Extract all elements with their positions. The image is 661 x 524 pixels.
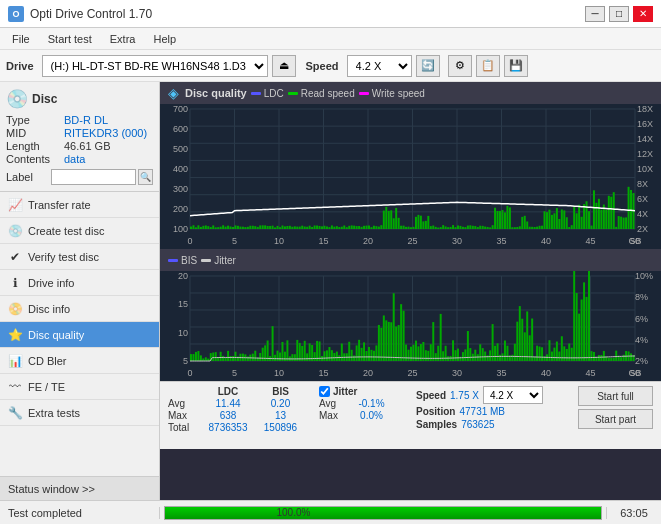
stats-avg-label: Avg bbox=[168, 398, 198, 409]
menu-bar: File Start test Extra Help bbox=[0, 28, 661, 50]
chart-header-bottom: BIS Jitter bbox=[160, 249, 661, 271]
status-text: Test completed bbox=[0, 507, 160, 519]
cd-bler-icon: 📊 bbox=[8, 354, 22, 368]
legend-write: Write speed bbox=[359, 88, 425, 99]
length-value: 46.61 GB bbox=[64, 140, 110, 152]
jitter-max-label: Max bbox=[319, 410, 349, 421]
sidebar-item-label-transfer-rate: Transfer rate bbox=[28, 199, 91, 211]
refresh-button[interactable]: 🔄 bbox=[416, 55, 440, 77]
sidebar-item-disc-quality[interactable]: ⭐ Disc quality bbox=[0, 322, 159, 348]
legend-jitter: Jitter bbox=[201, 255, 236, 266]
window-controls: ─ □ ✕ bbox=[585, 6, 653, 22]
sidebar-item-cd-bler[interactable]: 📊 CD Bler bbox=[0, 348, 159, 374]
stats-max-label: Max bbox=[168, 410, 198, 421]
status-window-button[interactable]: Status window >> bbox=[0, 476, 159, 500]
stats-label-header bbox=[168, 386, 198, 397]
sidebar-item-label-disc-quality: Disc quality bbox=[28, 329, 84, 341]
stats-bis-max: 13 bbox=[258, 410, 303, 421]
stats-ldc-avg: 11.44 bbox=[198, 398, 258, 409]
legend-write-label: Write speed bbox=[372, 88, 425, 99]
disc-title: Disc bbox=[32, 92, 57, 106]
sidebar-item-fe-te[interactable]: 〰 FE / TE bbox=[0, 374, 159, 400]
sidebar-item-label-extra-tests: Extra tests bbox=[28, 407, 80, 419]
status-time: 63:05 bbox=[606, 507, 661, 519]
type-label: Type bbox=[6, 114, 64, 126]
contents-value: data bbox=[64, 153, 85, 165]
extra-tests-icon: 🔧 bbox=[8, 406, 22, 420]
menu-help[interactable]: Help bbox=[145, 31, 184, 47]
start-buttons: Start full Start part bbox=[578, 386, 653, 429]
start-full-button[interactable]: Start full bbox=[578, 386, 653, 406]
disc-label-input[interactable] bbox=[51, 169, 136, 185]
stats-table: LDC BIS Avg 11.44 0.20 Max 638 13 Tota bbox=[168, 386, 303, 433]
sidebar-item-label-verify-test-disc: Verify test disc bbox=[28, 251, 99, 263]
sidebar-item-disc-info[interactable]: 📀 Disc info bbox=[0, 296, 159, 322]
legend-read: Read speed bbox=[288, 88, 355, 99]
verify-test-disc-icon: ✔ bbox=[8, 250, 22, 264]
copy-button[interactable]: 📋 bbox=[476, 55, 500, 77]
chart-quality-icon: ◈ bbox=[168, 85, 179, 101]
main-layout: 💿 Disc Type BD-R DL MID RITEKDR3 (000) L… bbox=[0, 82, 661, 500]
start-part-button[interactable]: Start part bbox=[578, 409, 653, 429]
disc-label-button[interactable]: 🔍 bbox=[138, 169, 153, 185]
menu-file[interactable]: File bbox=[4, 31, 38, 47]
stats-total-label: Total bbox=[168, 422, 198, 433]
stats-bar: LDC BIS Avg 11.44 0.20 Max 638 13 Tota bbox=[160, 381, 661, 449]
length-label: Length bbox=[6, 140, 64, 152]
legend-jitter-dot bbox=[201, 259, 211, 262]
legend-bis-dot bbox=[168, 259, 178, 262]
fe-te-icon: 〰 bbox=[8, 380, 22, 394]
position-value: 47731 MB bbox=[459, 406, 505, 417]
nav-section: 📈 Transfer rate 💿 Create test disc ✔ Ver… bbox=[0, 192, 159, 426]
stats-ldc-max: 638 bbox=[198, 410, 258, 421]
save-button[interactable]: 💾 bbox=[504, 55, 528, 77]
eject-button[interactable]: ⏏ bbox=[272, 55, 296, 77]
drive-select[interactable]: (H:) HL-DT-ST BD-RE WH16NS48 1.D3 bbox=[42, 55, 268, 77]
sidebar-item-drive-info[interactable]: ℹ Drive info bbox=[0, 270, 159, 296]
speed-select[interactable]: 4.2 X bbox=[347, 55, 412, 77]
disc-quality-icon: ⭐ bbox=[8, 328, 22, 342]
stats-ldc-total: 8736353 bbox=[198, 422, 258, 433]
sidebar-item-extra-tests[interactable]: 🔧 Extra tests bbox=[0, 400, 159, 426]
sidebar: 💿 Disc Type BD-R DL MID RITEKDR3 (000) L… bbox=[0, 82, 160, 500]
mid-value: RITEKDR3 (000) bbox=[64, 127, 147, 139]
sidebar-item-label-cd-bler: CD Bler bbox=[28, 355, 67, 367]
disc-info-icon: 📀 bbox=[8, 302, 22, 316]
sidebar-item-transfer-rate[interactable]: 📈 Transfer rate bbox=[0, 192, 159, 218]
maximize-button[interactable]: □ bbox=[609, 6, 629, 22]
speed-value: 1.75 X bbox=[450, 390, 479, 401]
drive-label: Drive bbox=[6, 60, 34, 72]
bottom-chart-area bbox=[160, 271, 661, 381]
sidebar-item-label-fe-te: FE / TE bbox=[28, 381, 65, 393]
chart-title: Disc quality bbox=[185, 87, 247, 99]
position-label: Position bbox=[416, 406, 455, 417]
legend-ldc-dot bbox=[251, 92, 261, 95]
create-test-disc-icon: 💿 bbox=[8, 224, 22, 238]
progress-text: 100.0% bbox=[277, 507, 490, 518]
minimize-button[interactable]: ─ bbox=[585, 6, 605, 22]
legend-read-dot bbox=[288, 92, 298, 95]
drive-info-icon: ℹ bbox=[8, 276, 22, 290]
disc-label-label: Label bbox=[6, 171, 51, 183]
sidebar-item-create-test-disc[interactable]: 💿 Create test disc bbox=[0, 218, 159, 244]
jitter-section: Jitter Avg -0.1% Max 0.0% bbox=[319, 386, 394, 421]
jitter-checkbox[interactable] bbox=[319, 386, 330, 397]
sidebar-item-label-disc-info: Disc info bbox=[28, 303, 70, 315]
chart-header-top: ◈ Disc quality LDC Read speed Write spee… bbox=[160, 82, 661, 104]
menu-extra[interactable]: Extra bbox=[102, 31, 144, 47]
legend-jitter-label: Jitter bbox=[214, 255, 236, 266]
speed-select-stats[interactable]: 4.2 X bbox=[483, 386, 543, 404]
samples-label: Samples bbox=[416, 419, 457, 430]
stats-bis-avg: 0.20 bbox=[258, 398, 303, 409]
speed-label: Speed bbox=[306, 60, 339, 72]
legend-ldc-label: LDC bbox=[264, 88, 284, 99]
close-button[interactable]: ✕ bbox=[633, 6, 653, 22]
content-area: ◈ Disc quality LDC Read speed Write spee… bbox=[160, 82, 661, 500]
legend-write-dot bbox=[359, 92, 369, 95]
menu-start-test[interactable]: Start test bbox=[40, 31, 100, 47]
disc-icon: 💿 bbox=[6, 88, 28, 110]
sidebar-item-verify-test-disc[interactable]: ✔ Verify test disc bbox=[0, 244, 159, 270]
jitter-label: Jitter bbox=[333, 386, 357, 397]
sidebar-item-label-drive-info: Drive info bbox=[28, 277, 74, 289]
settings-button[interactable]: ⚙ bbox=[448, 55, 472, 77]
